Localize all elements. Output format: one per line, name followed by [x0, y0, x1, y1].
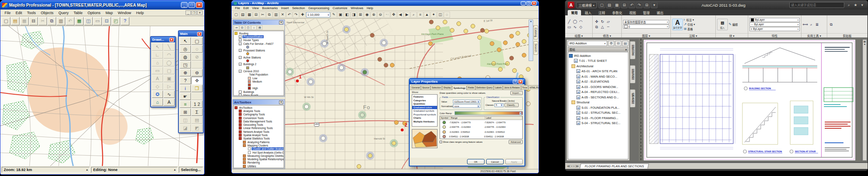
toc-layer-row[interactable]: ProposedStation	[234, 35, 284, 38]
toolbox-row[interactable]: Conversion Tools	[234, 116, 284, 120]
ssm-tool-button[interactable]: ▤	[622, 41, 628, 46]
modify-tool-icon[interactable]: ↻	[600, 19, 605, 24]
main-tool-button[interactable]: ❒	[191, 85, 203, 92]
main-tool-button[interactable]: ⊕	[180, 69, 191, 76]
close-button[interactable]: ✕	[196, 2, 203, 8]
toolbox-row[interactable]: Geocoding Tools	[234, 123, 284, 126]
drawing-tool-button[interactable]: A	[163, 98, 175, 106]
toolbar-button[interactable]: ▤	[240, 12, 246, 18]
minimize-button[interactable]: _	[181, 2, 188, 8]
qat-button[interactable]: ⊟	[621, 2, 628, 8]
toolbox-row[interactable]: Measuring Geographic Distributions	[234, 154, 284, 157]
toolbar-button[interactable]: ↶	[66, 17, 74, 25]
toc-layer-row[interactable]	[234, 45, 284, 49]
selecting-status[interactable]: Selecting...	[179, 167, 203, 173]
close-icon[interactable]: ✕	[279, 21, 283, 24]
docked-tab[interactable]: Search	[534, 41, 538, 55]
toolbar-button[interactable]: ◉	[364, 12, 370, 18]
toc-tool-button[interactable]: ⌂	[251, 25, 257, 30]
sheet-row[interactable]: A-04 - REFLECTED CEILI...	[568, 90, 628, 95]
block-panel-label[interactable]: 块 ▾	[716, 33, 748, 37]
toc-layer-row[interactable]: Active Stations	[234, 56, 284, 59]
toolbox-row[interactable]: Hot Spot Analysis (Getis-Ord Gi*)	[234, 151, 284, 154]
main-tool-button[interactable]: ◩	[191, 124, 203, 132]
toolbar-button[interactable]: ⊞	[357, 12, 364, 18]
dialog-tab[interactable]: Definition Query	[475, 85, 494, 90]
toolbox-row[interactable]: Utilities	[234, 164, 284, 168]
modify-tool-icon[interactable]: ▱	[606, 19, 611, 24]
sheet-row[interactable]: S-04 - STRUCTURAL SEC...	[568, 121, 628, 126]
modify-tool-icon[interactable]: ✜	[594, 19, 599, 24]
main-tool-button[interactable]: ◪	[180, 124, 191, 132]
dialog-tab[interactable]: Symbology	[452, 86, 467, 90]
mapinfo-titlebar[interactable]: MapInfo Professional - [TOWN,STREET,WATE…	[0, 0, 204, 10]
qat-button[interactable]: ▦	[613, 2, 620, 8]
draw-tool-icon[interactable]: ◇	[578, 24, 584, 29]
import-button[interactable]: Import...	[510, 91, 523, 95]
toc-layer-row[interactable]: Routing	[234, 32, 284, 35]
show-item[interactable]: Categories	[412, 99, 437, 103]
main-tool-button[interactable]: ▢	[191, 37, 203, 45]
toolbox-row[interactable]: Cartography Tools	[234, 113, 284, 116]
toolbar-button[interactable]: ▣	[337, 12, 344, 18]
qat-button[interactable]: ▢	[598, 2, 605, 8]
toolbox-row[interactable]: ArcToolbox	[234, 106, 284, 109]
drawing-toolbar[interactable]: Drawi... ✕ ↖╲∟◠⌂◯▭▢A▣◇▷✪∿⌂A	[150, 36, 176, 108]
arctoolbox-titlebar[interactable]: ArcToolbox✕	[233, 100, 284, 105]
maximize-button[interactable]: □	[188, 2, 195, 8]
menu-item[interactable]: Table	[71, 10, 85, 15]
drawing-tool-button[interactable]: ∟	[152, 51, 163, 59]
toolbar-button[interactable]: ◧	[344, 12, 350, 18]
ribbon-tab[interactable]: 输出	[653, 10, 667, 15]
mdi-window-buttons[interactable]: _❐✕	[185, 10, 203, 15]
utilities-panel-label[interactable]: 实用工具 ▾	[801, 33, 827, 37]
toolbox-row[interactable]: Network Analyst Tools	[234, 130, 284, 133]
color-combo[interactable]: ByLayer	[749, 18, 800, 22]
toolbar-button[interactable]: ☜	[384, 12, 390, 18]
main-tool-button[interactable]: ☛	[180, 93, 191, 100]
drawing-toolbar-titlebar[interactable]: Drawi... ✕	[151, 37, 175, 42]
toolbar-button[interactable]: ▢	[233, 12, 239, 18]
ribbon-tab[interactable]: 常用	[568, 10, 581, 15]
menu-item[interactable]: File	[2, 10, 13, 15]
drawing-tool-button[interactable]: ◇	[152, 83, 163, 90]
class-row[interactable]: -0.410963 - 0.594510 -0.410963 - 0.59451…	[440, 130, 522, 134]
toc-layer-row[interactable]: Major Roads	[234, 93, 284, 96]
toolbar-button[interactable]: ◫	[84, 17, 93, 25]
ssm-tool-button[interactable]: ⚙	[608, 41, 614, 46]
toolbar-button[interactable]: ✎	[331, 12, 337, 18]
main-tool-button[interactable]: ▤	[191, 116, 203, 124]
toc-layer-row[interactable]: Buildings 2	[234, 63, 284, 66]
main-tool-button[interactable]: i	[180, 85, 191, 92]
dialog-tab[interactable]: General	[411, 85, 421, 90]
feature-values-checkbox[interactable]	[440, 141, 442, 143]
edit-block-button[interactable]: ✎编辑	[729, 22, 738, 27]
sheet-row[interactable]: AS-01 - ARCH SITE PLAN	[568, 69, 628, 74]
dialog-titlebar[interactable]: Layer Properties ? ✕	[410, 79, 524, 84]
toc-layer-row[interactable]: Calls For Service - Feb07	[234, 42, 284, 45]
properties-panel-label[interactable]: 特性	[748, 33, 801, 37]
toolbar-button[interactable]: ↶	[286, 12, 292, 18]
sheet-row[interactable]: IRD Addition	[568, 53, 628, 59]
toolbar-button[interactable]: ✂	[38, 17, 47, 25]
toolbar-button[interactable]: ▤	[11, 17, 20, 25]
main-tool-button[interactable]: ◫	[180, 116, 191, 124]
toolbar-button[interactable]: ✥	[391, 12, 397, 18]
toolbox-row[interactable]: Data Management Tools	[234, 120, 284, 123]
toolbar-button[interactable]: ✕	[279, 12, 286, 18]
toolbox-row[interactable]: Linear Referencing Tools	[234, 127, 284, 130]
modify-tool-icon[interactable]: ╌	[606, 24, 611, 29]
ribbon-tab[interactable]: 参数化	[609, 10, 626, 15]
layer-combo[interactable]: 0	[623, 24, 669, 29]
qat-button[interactable]: ▾	[651, 2, 658, 8]
main-tool-button[interactable]: ↖	[180, 37, 191, 45]
toc-layer-row[interactable]	[234, 66, 284, 69]
utility-tool-icon[interactable]: ⟺	[803, 22, 808, 27]
main-tool-button[interactable]: ◌	[191, 45, 203, 53]
close-icon[interactable]: ✕	[279, 100, 283, 104]
toolbar-button[interactable]: ◨	[351, 12, 357, 18]
toc-layer-row[interactable]: House Types	[234, 39, 284, 42]
drawing-area[interactable]: BUILDING SECTION STRUCTURAL STAIR SECTIO…	[638, 39, 861, 163]
ok-button[interactable]: OK	[467, 159, 485, 164]
toc-layer-row[interactable]: Proposed Stations	[234, 49, 284, 52]
